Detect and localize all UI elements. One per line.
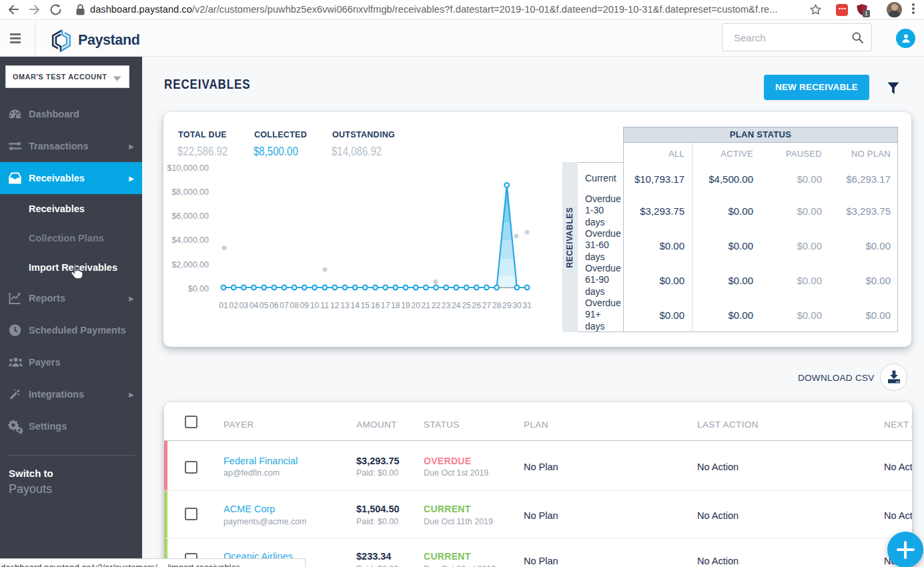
svg-text:17: 17 (381, 301, 390, 310)
svg-text:$2,000.00: $2,000.00 (171, 260, 209, 269)
svg-text:$8,000.00: $8,000.00 (171, 187, 209, 197)
svg-text:02: 02 (229, 301, 238, 310)
svg-text:31: 31 (522, 301, 532, 310)
svg-text:07: 07 (280, 301, 289, 310)
svg-text:03: 03 (239, 301, 248, 310)
svg-text:$4,000.00: $4,000.00 (171, 235, 209, 245)
svg-text:15: 15 (360, 301, 370, 310)
svg-text:19: 19 (401, 301, 410, 310)
svg-text:20: 20 (411, 301, 420, 310)
svg-text:22: 22 (432, 301, 441, 310)
svg-text:30: 30 (512, 301, 522, 310)
svg-text:29: 29 (502, 301, 512, 310)
svg-text:26: 26 (472, 301, 481, 310)
svg-text:$0.00: $0.00 (188, 284, 209, 294)
svg-text:28: 28 (492, 301, 502, 310)
svg-text:12: 12 (330, 301, 340, 310)
svg-text:25: 25 (462, 301, 471, 310)
svg-text:$10,000.00: $10,000.00 (167, 163, 209, 173)
svg-text:14: 14 (350, 301, 360, 310)
svg-text:05: 05 (260, 301, 269, 310)
svg-text:04: 04 (250, 301, 259, 310)
svg-text:06: 06 (270, 301, 279, 310)
svg-text:24: 24 (452, 301, 461, 310)
svg-text:09: 09 (300, 301, 309, 310)
svg-text:18: 18 (391, 301, 400, 310)
svg-text:08: 08 (290, 301, 299, 310)
svg-text:13: 13 (340, 301, 350, 310)
svg-text:10: 10 (310, 301, 320, 310)
svg-text:01: 01 (219, 301, 228, 310)
svg-text:23: 23 (442, 301, 451, 310)
svg-text:21: 21 (421, 301, 430, 310)
svg-text:16: 16 (371, 301, 380, 310)
svg-text:$6,000.00: $6,000.00 (171, 211, 209, 221)
svg-text:11: 11 (320, 301, 329, 310)
svg-text:27: 27 (482, 301, 491, 310)
